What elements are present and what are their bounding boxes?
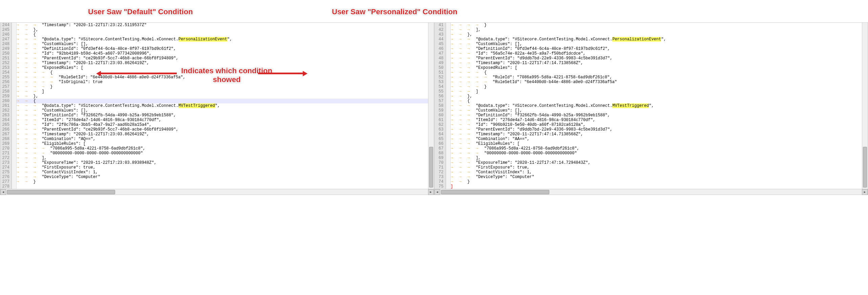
code-line[interactable]: ] xyxy=(451,184,868,189)
code-line[interactable]: → → → "FirstExposure": true, xyxy=(451,165,868,170)
code-lines-right[interactable]: → → → → }→ → → ],→ → },→ → → "@odata.typ… xyxy=(451,23,868,189)
code-line[interactable]: → → → "ContactVisitIndex": 1, xyxy=(17,170,434,175)
scroll-track-left[interactable] xyxy=(6,189,428,195)
line-gutter-left: 2442452462472482492502512522532542552562… xyxy=(0,23,12,189)
code-line[interactable]: → → → "ParentEventId": "d9ddb7bd-22e9-43… xyxy=(451,56,868,61)
editor-pane-right: 4142434445464748495051525354555657585960… xyxy=(434,22,868,195)
code-line[interactable]: → → → "@odata.type": "#Sitecore.ContentT… xyxy=(17,37,434,42)
code-line[interactable]: → → → "EligibleRules": [ xyxy=(17,141,434,146)
code-line[interactable]: → → → "Id": "2f0c786a-3bb5-4ba7-9a27-aad… xyxy=(17,122,434,127)
code-line[interactable]: → → → "@odata.type": "#Sitecore.ContentT… xyxy=(451,37,868,42)
code-line[interactable]: → → → "DefinitionId": "0fd3ef44-6c4a-40c… xyxy=(451,46,868,51)
horizontal-scrollbar-left[interactable]: ◀ ▶ xyxy=(0,189,434,195)
code-line[interactable]: → → → "DefinitionId": "f32662fb-54da-499… xyxy=(451,113,868,118)
code-line[interactable]: → → → ] xyxy=(17,89,434,94)
fold-column-right[interactable] xyxy=(446,23,451,189)
scrollbar-thumb-v-left[interactable] xyxy=(429,147,433,188)
code-line[interactable]: → → → "CustomValues": [], xyxy=(451,108,868,113)
code-line[interactable]: → → → "ExposureTime": "2020-11-22T17:47:… xyxy=(451,160,868,165)
scrollbar-thumb-h-left[interactable] xyxy=(7,190,115,194)
scroll-right-button-r[interactable]: ▶ xyxy=(862,189,868,195)
code-line[interactable]: → → → "Timestamp": "2020-11-22T17:23:22.… xyxy=(17,23,434,27)
scroll-track-right[interactable] xyxy=(440,189,862,195)
code-line[interactable]: → → → → { xyxy=(451,70,868,75)
code-line[interactable]: → → → "Combination": "AQ==", xyxy=(17,137,434,141)
code-line[interactable]: → → → "ExposureTime": "2020-11-22T17:23:… xyxy=(17,160,434,165)
code-line[interactable]: → → → → } xyxy=(451,23,868,27)
editor-pane-left: 2442452462472482492502512522532542552562… xyxy=(0,22,434,195)
code-line[interactable]: → → → "Timestamp": "2020-11-22T17:23:03.… xyxy=(17,61,434,65)
code-line[interactable]: → → → "ItemId": "276de4a7-14d6-4816-98ca… xyxy=(17,118,434,122)
code-line[interactable]: → → → "CustomValues": [], xyxy=(17,42,434,46)
code-line[interactable]: → → → ] xyxy=(451,89,868,94)
code-line[interactable]: → → → "Timestamp": "2020-11-22T17:47:14.… xyxy=(451,61,868,65)
fold-column-left[interactable] xyxy=(12,23,17,189)
code-line[interactable]: → → → → { xyxy=(17,70,434,75)
code-line[interactable]: → → → "CustomValues": [], xyxy=(17,108,434,113)
code-line[interactable]: → → → → → "IsOriginal": true xyxy=(17,80,434,84)
code-line[interactable]: → → → "ItemId": "276de4a7-14d6-4816-98ca… xyxy=(451,118,868,122)
code-line[interactable]: → → → "ParentEventId": "d9ddb7bd-22e9-43… xyxy=(451,127,868,132)
code-line[interactable]: → → → ], xyxy=(17,156,434,160)
line-gutter-right: 4142434445464748495051525354555657585960… xyxy=(435,23,446,189)
code-line[interactable]: → → { xyxy=(17,32,434,37)
code-line[interactable]: → → → "DeviceType": "Computer" xyxy=(17,175,434,179)
code-line[interactable]: → → → → "00000000-0000-0000-0000-0000000… xyxy=(451,151,868,156)
scroll-left-button[interactable]: ◀ xyxy=(0,189,6,195)
code-line[interactable]: → → } xyxy=(17,179,434,184)
code-line[interactable]: → → → "ContactVisitIndex": 1, xyxy=(451,170,868,175)
code-line[interactable]: → → → "@odata.type": "#Sitecore.ContentT… xyxy=(17,103,434,108)
vertical-scrollbar-left[interactable] xyxy=(428,23,434,189)
code-line[interactable]: → → → "Timestamp": "2020-11-22T17:47:14.… xyxy=(451,132,868,137)
code-line[interactable]: → → → → "7086a995-5d8a-4221-8758-6ad9dbf… xyxy=(17,146,434,151)
code-line[interactable]: → → }, xyxy=(17,27,434,32)
code-line[interactable]: → → → "Timestamp": "2020-11-22T17:23:03.… xyxy=(17,132,434,137)
code-lines-left[interactable]: → → → "Timestamp": "2020-11-22T17:23:22.… xyxy=(17,23,434,189)
code-line[interactable]: → → → → "7086a995-5d8a-4221-8758-6ad9dbf… xyxy=(451,146,868,151)
code-line[interactable]: → → → → "00000000-0000-0000-0000-0000000… xyxy=(17,151,434,156)
code-line[interactable]: → → → "DefinitionId": "0fd3ef44-6c4a-40c… xyxy=(17,46,434,51)
code-line[interactable]: → → → "CustomValues": [], xyxy=(451,42,868,46)
scroll-right-button[interactable]: ▶ xyxy=(428,189,434,195)
code-line[interactable]: → → → ], xyxy=(451,156,868,160)
scrollbar-thumb-h-right[interactable] xyxy=(441,190,549,194)
code-area-left[interactable]: 2442452462472482492502512522532542552562… xyxy=(0,23,434,189)
code-line[interactable]: → → → "@odata.type": "#Sitecore.ContentT… xyxy=(451,103,868,108)
code-line[interactable]: → → → "ParentEventId": "ce29b93f-5cc7-46… xyxy=(17,56,434,61)
code-line[interactable]: → → → "Id": "92bb4189-b59d-4c45-a607-977… xyxy=(17,51,434,56)
code-line[interactable]: → → → "Id": "906b9210-5e50-40db-a60f-871… xyxy=(451,122,868,127)
code-line[interactable]: → → → "DeviceType": "Computer" xyxy=(451,175,868,179)
code-area-right[interactable]: 4142434445464748495051525354555657585960… xyxy=(435,23,868,189)
horizontal-scrollbar-right[interactable]: ◀ ▶ xyxy=(435,189,868,195)
scroll-left-button-r[interactable]: ◀ xyxy=(435,189,440,195)
code-line[interactable]: → → { xyxy=(451,99,868,103)
code-line[interactable]: → → → "ParentEventId": "ce29b93f-5cc7-46… xyxy=(17,127,434,132)
code-line[interactable]: → → → → } xyxy=(451,84,868,89)
code-line[interactable]: → → → "Id": "56a5c74e-822a-4e35-a9a7-f50… xyxy=(451,51,868,56)
code-line[interactable]: → → → "DefinitionId": "f32662fb-54da-499… xyxy=(17,113,434,118)
code-line[interactable]: → → } xyxy=(451,179,868,184)
code-line[interactable]: → → { xyxy=(17,99,434,103)
code-line[interactable]: → → }, xyxy=(451,32,868,37)
code-line[interactable]: → → }, xyxy=(451,94,868,99)
code-line[interactable]: → → → "ExposedRules": [ xyxy=(451,65,868,70)
code-line[interactable]: → → → → } xyxy=(17,84,434,89)
code-line[interactable]: → → → "FirstExposure": true, xyxy=(17,165,434,170)
code-line[interactable]: → → → "ExposedRules": [ xyxy=(17,65,434,70)
code-line[interactable]: → → → "EligibleRules": [ xyxy=(451,141,868,146)
code-line[interactable]: → → → → → "RuleId": "7086a995-5d8a-4221-… xyxy=(451,75,868,80)
code-line[interactable] xyxy=(17,184,434,189)
vertical-scrollbar-right[interactable] xyxy=(862,23,868,189)
code-line[interactable]: → → → → → "RuleSetId": "6e4400d0-b44e-48… xyxy=(451,80,868,84)
code-line[interactable]: → → → ], xyxy=(451,27,868,32)
panes-container: 2442452462472482492502512522532542552562… xyxy=(0,0,868,195)
code-line[interactable]: → → }, xyxy=(17,94,434,99)
scrollbar-thumb-v-right[interactable] xyxy=(863,147,867,188)
code-line[interactable]: → → → → → "RuleSetId": "6e4400d0-b44e-48… xyxy=(17,75,434,80)
code-line[interactable]: → → → "Combination": "AA==", xyxy=(451,137,868,141)
